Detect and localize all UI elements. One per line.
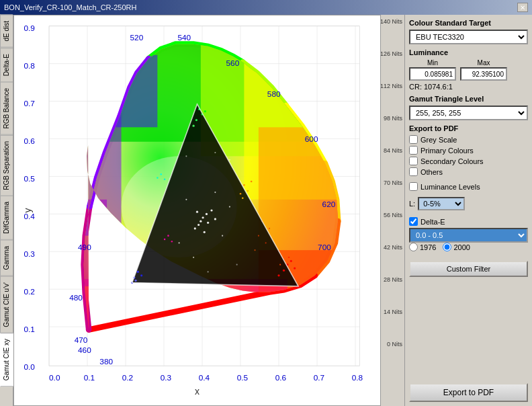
export-pdf-section: Export to PDF Grey Scale Primary Colours… (409, 124, 528, 178)
svg-point-67 (157, 177, 159, 179)
svg-point-70 (164, 239, 166, 241)
others-row: Others (409, 167, 528, 176)
svg-point-76 (193, 257, 194, 258)
radio-1976-label[interactable]: 1976 (409, 243, 436, 251)
wavelength-600: 600 (305, 134, 318, 144)
nit-56: 56 Nits (381, 212, 402, 218)
delta-e-section: Delta-E 0.0 - 0.5 1976 2000 (409, 217, 528, 254)
nit-126: 126 Nits (381, 50, 402, 57)
luminance-levels-range-row: L: 0-5% (409, 197, 528, 210)
delta-e-label: Delta-E (420, 218, 445, 226)
nit-28: 28 Nits (381, 276, 402, 283)
nit-84: 84 Nits (381, 147, 402, 154)
tab-gamut-xy[interactable]: Gamut CIE xy (0, 333, 13, 387)
svg-point-65 (160, 173, 162, 175)
gamut-triangle-dropdown[interactable]: 255, 255, 255 (409, 106, 528, 120)
nit-140: 140 Nits (381, 18, 402, 25)
gamut-triangle-label: Gamut Triangle Level (409, 95, 528, 103)
tab-delta-e[interactable]: Delta-E (0, 48, 13, 82)
luminance-levels-label: Luminance Levels (420, 183, 480, 191)
luminance-levels-checkbox[interactable] (409, 182, 418, 191)
wavelength-560: 560 (226, 58, 240, 68)
primary-colours-checkbox[interactable] (409, 146, 418, 155)
svg-point-74 (179, 242, 180, 243)
svg-point-60 (243, 184, 245, 186)
svg-point-39 (207, 222, 209, 224)
y-axis-label-0: 0.0 (24, 362, 35, 372)
radio-2000-label[interactable]: 2000 (443, 243, 470, 251)
svg-point-79 (185, 155, 187, 157)
svg-point-80 (214, 152, 216, 153)
colour-standard-label: Colour Standard Target (409, 19, 528, 27)
y-axis-title: y (22, 208, 33, 212)
delta-e-checkbox[interactable] (409, 217, 418, 226)
x-axis-label-06: 0.6 (275, 373, 287, 382)
delta-e-dropdown[interactable]: 0.0 - 0.5 (409, 228, 528, 243)
y-axis-label-09: 0.9 (24, 24, 35, 33)
svg-point-64 (242, 197, 244, 199)
y-axis-label-06: 0.6 (24, 136, 35, 146)
svg-point-44 (283, 270, 285, 272)
svg-point-84 (254, 249, 255, 251)
y-axis-label-02: 0.2 (24, 287, 34, 296)
secondary-colours-checkbox[interactable] (409, 157, 418, 165)
svg-point-68 (167, 235, 169, 237)
svg-point-82 (258, 235, 259, 237)
svg-point-66 (164, 178, 166, 180)
wavelength-520: 520 (130, 33, 143, 42)
left-tabs: dE dist Delta-E RGB Balance RGB Separati… (0, 15, 13, 406)
export-pdf-button[interactable]: Export to PDF (409, 383, 528, 402)
tab-de-dist[interactable]: dE dist (0, 15, 13, 48)
window-title: BON_Verify_CR-100_Match_CR-250RH (4, 3, 136, 11)
title-bar: BON_Verify_CR-100_Match_CR-250RH ✕ (0, 0, 532, 15)
svg-point-73 (222, 235, 223, 237)
custom-filter-button[interactable]: Custom Filter (409, 261, 528, 277)
close-button[interactable]: ✕ (517, 3, 528, 12)
nit-98: 98 Nits (381, 115, 402, 122)
tab-difgamma[interactable]: DifGamma (0, 196, 13, 240)
colour-standard-dropdown[interactable]: EBU TEC3320 (409, 30, 528, 44)
radio-1976[interactable] (409, 243, 418, 251)
wavelength-460: 460 (78, 346, 91, 355)
svg-point-53 (204, 110, 206, 112)
tab-gamma[interactable]: Gamma (0, 240, 13, 276)
wavelength-580: 580 (267, 89, 281, 99)
svg-point-58 (140, 274, 142, 276)
svg-point-46 (277, 274, 279, 276)
grey-scale-checkbox[interactable] (409, 135, 418, 144)
x-axis-label-07: 0.7 (314, 373, 324, 382)
svg-point-37 (194, 227, 196, 229)
wavelength-480: 480 (69, 293, 83, 302)
luminance-max-input[interactable] (460, 67, 507, 81)
radio-2000[interactable] (443, 243, 451, 251)
svg-point-35 (197, 224, 200, 226)
wavelength-700: 700 (318, 243, 331, 252)
gamut-triangle-section: Gamut Triangle Level 255, 255, 255 (409, 95, 528, 120)
luminance-min-col: Min (409, 59, 456, 81)
svg-point-62 (240, 193, 242, 195)
svg-point-42 (214, 218, 216, 220)
svg-point-72 (214, 192, 216, 193)
svg-point-38 (210, 209, 212, 211)
others-checkbox[interactable] (409, 167, 418, 176)
luminance-min-input[interactable] (409, 67, 456, 81)
x-axis-label-0: 0.0 (49, 373, 60, 382)
luminance-range-dropdown[interactable]: 0-5% (418, 197, 465, 210)
x-axis-label-01: 0.1 (84, 373, 95, 382)
luminance-max-label: Max (478, 59, 490, 67)
luminance-levels-row: Luminance Levels (409, 182, 528, 191)
svg-point-78 (208, 271, 209, 272)
svg-point-85 (269, 228, 270, 229)
tab-gamut-uv[interactable]: Gamut CIE u'v' (0, 276, 13, 333)
nit-42: 42 Nits (381, 244, 402, 251)
tab-rgb-separation[interactable]: RGB Separation (0, 135, 13, 196)
tab-rgb-balance[interactable]: RGB Balance (0, 82, 13, 135)
luminance-max-col: Max (460, 59, 507, 81)
y-axis-label-08: 0.8 (24, 61, 35, 71)
primary-colours-row: Primary Colours (409, 146, 528, 155)
svg-point-63 (251, 181, 253, 183)
grey-scale-label: Grey Scale (420, 136, 457, 144)
nit-14: 14 Nits (381, 309, 402, 315)
wavelength-470: 470 (75, 335, 88, 345)
y-axis-label-01: 0.1 (24, 325, 34, 334)
